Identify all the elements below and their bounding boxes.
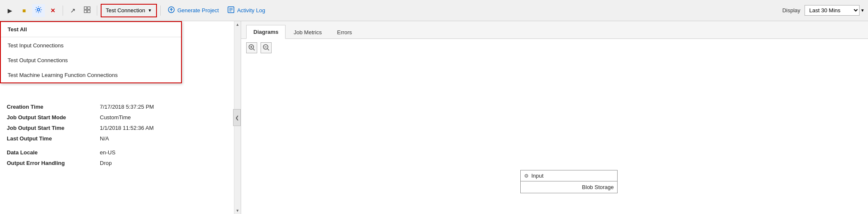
edit-button[interactable] <box>81 4 93 17</box>
scroll-down-button[interactable]: ▼ <box>234 207 241 214</box>
edit-icon <box>83 6 91 15</box>
toolbar: ▶ ■ ✕ ↗ Test Connection ▼ <box>0 0 868 21</box>
prop-value-output-error: Drop <box>100 160 112 166</box>
prop-value-data-locale: en-US <box>100 149 115 156</box>
prop-label-output-start-time: Job Output Start Time <box>7 125 100 131</box>
main-area: Test All Test Input Connections Test Out… <box>0 21 868 214</box>
prop-output-start-time: Job Output Start Time 1/1/2018 11:52:36 … <box>7 125 234 131</box>
svg-line-16 <box>268 49 269 50</box>
activity-log-icon <box>227 6 235 15</box>
properties-section: Creation Time 7/17/2018 5:37:25 PM Job O… <box>0 99 241 175</box>
prop-value-creation-time: 7/17/2018 5:37:25 PM <box>100 104 154 110</box>
tab-job-metrics[interactable]: Job Metrics <box>286 25 329 39</box>
prop-label-output-error: Output Error Handling <box>7 160 100 166</box>
diagram-canvas: ⚙ Input Blob Storage <box>241 56 868 214</box>
play-icon: ▶ <box>8 7 12 14</box>
separator-3 <box>160 5 161 16</box>
right-panel: Diagrams Job Metrics Errors <box>241 21 868 214</box>
generate-project-link[interactable]: Generate Project <box>164 6 222 15</box>
refresh-button[interactable] <box>32 4 45 17</box>
svg-rect-3 <box>84 10 87 13</box>
dropdown-item-test-input[interactable]: Test Input Connections <box>1 38 181 53</box>
stop-icon: ■ <box>22 7 26 14</box>
scroll-up-button[interactable]: ▲ <box>234 21 241 28</box>
svg-rect-1 <box>84 7 87 9</box>
collapse-icon: ❮ <box>235 115 239 121</box>
zoom-out-icon <box>262 44 270 52</box>
dropdown-arrow-icon: ▼ <box>148 8 152 13</box>
prop-output-start-mode: Job Output Start Mode CustomTime <box>7 114 234 121</box>
generate-icon <box>168 6 175 15</box>
tab-diagrams[interactable]: Diagrams <box>246 25 286 39</box>
prop-value-last-output: N/A <box>100 135 109 142</box>
dropdown-item-test-ml[interactable]: Test Machine Learning Function Connectio… <box>1 68 181 82</box>
diagram-area: ⚙ Input Blob Storage <box>241 39 868 214</box>
left-panel: Test All Test Input Connections Test Out… <box>0 21 241 214</box>
dropdown-item-test-all[interactable]: Test All <box>1 22 181 37</box>
prop-label-output-start-mode: Job Output Start Mode <box>7 114 100 121</box>
node-title: Input <box>531 173 544 179</box>
svg-rect-2 <box>88 7 90 9</box>
external-link-button[interactable]: ↗ <box>66 4 79 17</box>
activity-log-label: Activity Log <box>237 7 265 14</box>
generate-project-label: Generate Project <box>177 7 219 14</box>
stop-button[interactable]: ■ <box>18 4 30 17</box>
prop-output-error: Output Error Handling Drop <box>7 160 234 166</box>
zoom-out-button[interactable] <box>261 42 272 53</box>
diagram-node-input[interactable]: ⚙ Input Blob Storage <box>520 170 618 193</box>
prop-last-output: Last Output Time N/A <box>7 135 234 142</box>
prop-label-creation-time: Creation Time <box>7 104 100 110</box>
test-connection-dropdown: Test All Test Input Connections Test Out… <box>0 21 182 83</box>
external-link-icon: ↗ <box>70 7 76 14</box>
test-connection-button[interactable]: Test Connection ▼ <box>101 4 157 17</box>
zoom-controls <box>241 39 868 57</box>
tab-errors[interactable]: Errors <box>330 25 359 39</box>
display-label: Display <box>782 7 800 14</box>
prop-value-output-start-mode: CustomTime <box>100 114 131 121</box>
play-button[interactable]: ▶ <box>3 4 16 17</box>
zoom-in-button[interactable] <box>246 42 257 53</box>
node-gear-icon: ⚙ <box>524 173 529 179</box>
prop-data-locale: Data Locale en-US <box>7 149 234 156</box>
svg-line-12 <box>253 49 255 50</box>
test-connection-label: Test Connection <box>106 7 145 14</box>
node-body: Blob Storage <box>521 181 617 193</box>
prop-label-last-output: Last Output Time <box>7 135 100 142</box>
collapse-panel-button[interactable]: ❮ <box>233 109 241 126</box>
svg-rect-4 <box>88 10 90 13</box>
refresh-icon <box>34 5 43 16</box>
close-icon: ✕ <box>50 7 55 14</box>
separator-1 <box>63 5 63 16</box>
separator-2 <box>97 5 97 16</box>
dropdown-item-test-output[interactable]: Test Output Connections <box>1 53 181 68</box>
svg-point-0 <box>37 8 40 11</box>
display-select-arrow: ▼ <box>860 8 865 13</box>
close-button[interactable]: ✕ <box>47 4 59 17</box>
prop-label-data-locale: Data Locale <box>7 149 100 156</box>
display-select[interactable]: Last 30 Mins Last 1 Hour Last 6 Hours La… <box>805 5 860 16</box>
tabs-bar: Diagrams Job Metrics Errors <box>241 21 868 39</box>
node-header: ⚙ Input <box>521 170 617 181</box>
node-subtitle: Blob Storage <box>582 184 614 190</box>
prop-creation-time: Creation Time 7/17/2018 5:37:25 PM <box>7 104 234 110</box>
prop-value-output-start-time: 1/1/2018 11:52:36 AM <box>100 125 154 131</box>
zoom-in-icon <box>248 44 255 52</box>
activity-log-link[interactable]: Activity Log <box>224 6 268 15</box>
